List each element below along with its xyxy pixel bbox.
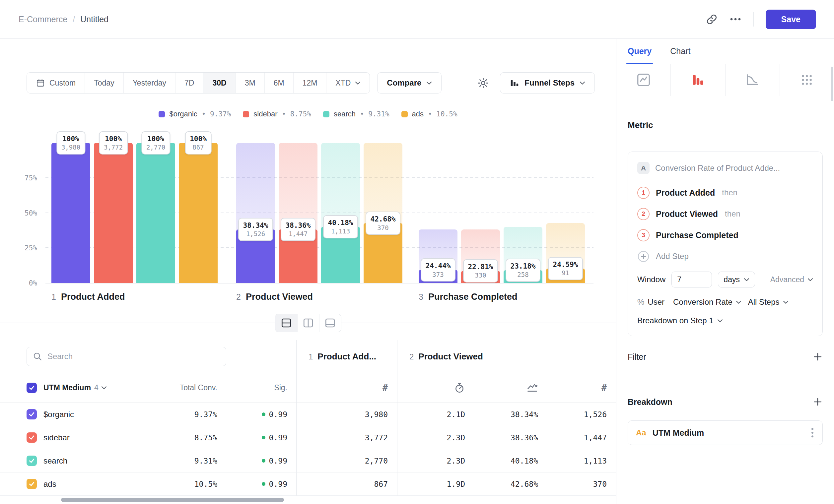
bar-value-label: 42.68%370 — [366, 211, 401, 235]
breadcrumb: E-Commerce / Untitled — [19, 15, 108, 24]
legend-item-sidebar[interactable]: sidebar• 8.75% — [243, 110, 311, 118]
chart-type-tab-funnel[interactable] — [671, 64, 725, 96]
range-3m[interactable]: 3M — [236, 73, 265, 93]
breadcrumb-current[interactable]: Untitled — [80, 15, 108, 24]
bar-count-label: 1,447 — [286, 230, 311, 238]
metric-step-2[interactable]: 2Product Viewedthen — [637, 203, 813, 225]
filter-section: Filter — [628, 349, 823, 364]
chart-type-tab-line[interactable] — [616, 64, 671, 96]
split-vertical-icon[interactable] — [297, 314, 319, 332]
metric-step-label: Purchase Completed — [656, 230, 739, 240]
toolbar-right: Funnel Steps — [477, 72, 595, 93]
bar-pct-label: 40.18% — [328, 219, 353, 227]
range-6m[interactable]: 6M — [265, 73, 293, 93]
range-yesterday[interactable]: Yesterday — [124, 73, 175, 93]
bar-ads-step1[interactable] — [179, 143, 218, 283]
split-bottom-icon[interactable] — [319, 314, 341, 332]
metric-title-row[interactable]: A Conversion Rate of Product Adde... — [637, 162, 813, 174]
breakdown-column-header[interactable]: UTM Medium 4 — [0, 373, 139, 403]
advanced-toggle[interactable]: Advanced — [770, 275, 813, 284]
select-all-checkbox[interactable] — [26, 383, 37, 393]
range-12m[interactable]: 12M — [293, 73, 327, 93]
row-checkbox-ads[interactable] — [26, 479, 37, 489]
chart-type-tab-retention[interactable] — [725, 64, 780, 96]
range-today[interactable]: Today — [85, 73, 124, 93]
add-breakdown-button[interactable] — [813, 397, 823, 407]
metric-step-1[interactable]: 1Product Addedthen — [637, 182, 813, 203]
row-checkbox-search[interactable] — [26, 456, 37, 466]
row-name: $organic — [43, 410, 74, 419]
horizontal-scrollbar[interactable] — [61, 498, 284, 502]
legend-item-organic[interactable]: $organic• 9.37% — [158, 110, 231, 118]
step2-count-header[interactable]: # — [547, 373, 616, 403]
kebab-menu-icon[interactable] — [810, 427, 814, 439]
add-filter-button[interactable] — [813, 352, 823, 362]
legend-swatch — [323, 111, 329, 117]
range-label: 6M — [274, 78, 284, 88]
bar-slot: 24.44%373 — [419, 143, 458, 283]
bar-slot: 100%2,770 — [136, 143, 175, 283]
total-conv-header[interactable]: Total Conv. — [139, 373, 221, 403]
cell-step2-count: 1,526 — [547, 403, 616, 426]
sig-dot — [262, 459, 265, 462]
row-checkbox-sidebar[interactable] — [26, 432, 37, 443]
sig-value: 0.99 — [269, 410, 287, 419]
range-label: 7D — [184, 78, 194, 88]
legend-name: $organic — [169, 110, 197, 118]
copy-link-icon[interactable] — [706, 14, 718, 25]
add-step-button[interactable]: Add Step — [637, 246, 813, 267]
range-7d[interactable]: 7D — [175, 73, 203, 93]
save-button[interactable]: Save — [766, 9, 816, 29]
bar-organic-step1[interactable] — [51, 143, 90, 283]
breakdown-column-label: UTM Medium — [43, 383, 91, 392]
range-custom[interactable]: Custom — [27, 73, 85, 93]
chart-type-tab-more[interactable] — [780, 64, 834, 96]
bar-value-label: 24.44%373 — [421, 258, 456, 281]
search-input[interactable] — [26, 347, 226, 366]
more-options-icon[interactable] — [729, 17, 742, 21]
chart-type-button[interactable]: Funnel Steps — [500, 72, 595, 93]
tab-chart[interactable]: Chart — [670, 39, 690, 64]
metric-step-label: Product Viewed — [656, 209, 718, 219]
filter-heading: Filter — [628, 352, 646, 362]
range-xtd[interactable]: XTD — [326, 73, 370, 93]
step2-group-header[interactable]: 2 Product Viewed — [397, 340, 616, 373]
breadcrumb-parent[interactable]: E-Commerce — [19, 15, 67, 24]
step2-conversion-header[interactable] — [475, 373, 547, 403]
conversion-rate-dropdown[interactable]: Conversion Rate — [673, 297, 742, 307]
search-icon — [32, 351, 42, 361]
step-number-badge: 3 — [637, 229, 650, 242]
compare-button[interactable]: Compare — [377, 72, 442, 93]
range-label: Today — [94, 78, 114, 88]
split-horizontal-icon[interactable] — [275, 314, 297, 332]
all-steps-dropdown[interactable]: All Steps — [748, 297, 789, 307]
legend-item-ads[interactable]: ads• 10.5% — [401, 110, 458, 118]
range-30d[interactable]: 30D — [203, 73, 236, 93]
window-value-input[interactable] — [672, 272, 712, 288]
breakdown-item[interactable]: Aa UTM Medium — [628, 420, 823, 445]
y-axis-tick: 25% — [0, 244, 37, 252]
metric-card: A Conversion Rate of Product Adde... 1Pr… — [628, 152, 823, 336]
tab-query[interactable]: Query — [628, 39, 652, 64]
breakdown-on-dropdown[interactable]: Breakdown on Step 1 — [637, 316, 813, 325]
bar-sidebar-step1[interactable] — [94, 143, 133, 283]
metric-step-3[interactable]: 3Purchase Completed — [637, 225, 813, 246]
vertical-scrollbar[interactable] — [831, 67, 833, 101]
funnel-step-label: 2Product Viewed — [236, 292, 313, 302]
y-axis-tick: 75% — [0, 174, 37, 182]
window-unit-select[interactable]: days — [718, 272, 755, 288]
avg-time-icon — [454, 382, 465, 394]
sig-header[interactable]: Sig. — [221, 373, 296, 403]
bar-pct-label: 100% — [146, 135, 165, 143]
step1-group-header[interactable]: 1 Product Add... — [296, 340, 397, 373]
gear-icon[interactable] — [477, 77, 489, 89]
user-scope-label[interactable]: User — [648, 297, 664, 307]
chevron-down-icon — [783, 300, 789, 304]
step2-avg-time-header[interactable] — [397, 373, 475, 403]
breakdown-type-badge: Aa — [636, 428, 646, 437]
bar-search-step1[interactable] — [136, 143, 175, 283]
step1-count-header[interactable]: # — [296, 373, 397, 403]
step-number-badge: 1 — [637, 187, 650, 199]
legend-item-search[interactable]: search• 9.31% — [323, 110, 390, 118]
row-checkbox-organic[interactable] — [26, 409, 37, 419]
